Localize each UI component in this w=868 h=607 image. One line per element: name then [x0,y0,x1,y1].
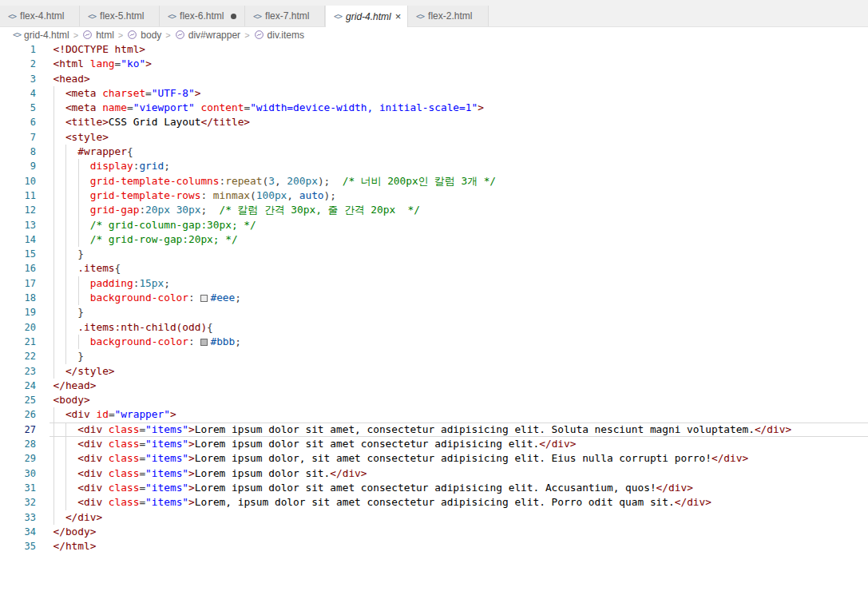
code-line[interactable]: 16.items{ [0,261,868,276]
tab-flex-2.html[interactable]: <>flex-2.html [408,6,489,26]
code-file-icon: <> [8,12,16,21]
indent-guide [54,437,78,451]
line-number: 1 [0,42,36,57]
code-line[interactable]: 17padding:15px; [0,276,868,291]
code-text: <div class="items">Lorem ipsum dolor, si… [50,451,748,466]
code-text: <div class="items">Lorem, ipsum dolor si… [50,495,711,510]
code-text: </html> [50,539,96,553]
code-text: <!DOCTYPE html> [50,42,145,57]
breadcrumb-item-grid-4.html[interactable]: <>grid-4.html [13,30,69,41]
line-number: 32 [0,495,36,510]
line-number: 18 [0,291,36,305]
indent-guide [54,276,90,291]
breadcrumb-item-body[interactable]: body [127,30,161,41]
code-line[interactable]: 10grid-template-columns:repeat(3, 200px)… [0,174,868,188]
breadcrumb-item-div.items[interactable]: div.items [254,30,304,41]
indent-guide [54,305,78,319]
indent-guide [54,188,90,203]
code-text: #wrapper{ [50,145,133,159]
tab-flex-5.html[interactable]: <>flex-5.html [80,6,160,26]
code-line[interactable]: 34</body> [0,525,868,539]
breadcrumb-label: div.items [268,30,304,41]
line-number: 3 [0,72,36,86]
code-line[interactable]: 22} [0,349,868,363]
code-line[interactable]: 31<div class="items">Lorem ipsum dolor s… [0,481,868,495]
code-line[interactable]: 32<div class="items">Lorem, ipsum dolor … [0,495,868,510]
line-number: 25 [0,393,36,407]
code-text: <div class="items">Lorem ipsum dolor sit… [50,437,576,451]
tab-flex-4.html[interactable]: <>flex-4.html [0,6,80,26]
code-line[interactable]: 3<head> [0,72,868,86]
tab-bar: <>flex-4.html<>flex-5.html<>flex-6.html<… [0,0,868,27]
code-line[interactable]: 4<meta charset="UTF-8"> [0,86,868,101]
code-text: .items{ [50,261,121,276]
line-number: 23 [0,364,36,379]
tab-label: grid-4.html [346,11,391,22]
code-line[interactable]: 2<html lang="ko"> [0,57,868,71]
code-text: /* grid-row-gap:20px; */ [50,232,238,247]
tab-flex-7.html[interactable]: <>flex-7.html [245,6,325,26]
line-number: 31 [0,481,36,495]
code-line[interactable]: 23</style> [0,364,868,379]
indent-guide [54,115,65,129]
code-line[interactable]: 33</div> [0,510,868,525]
breadcrumb-item-html[interactable]: html [82,30,114,41]
indent-guide [54,101,65,115]
code-line[interactable]: 9display:grid; [0,159,868,173]
tab-grid-4.html[interactable]: <>grid-4.html× [325,6,408,27]
code-line[interactable]: 18background-color: #eee; [0,291,868,305]
code-line[interactable]: 8#wrapper{ [0,145,868,159]
tab-flex-6.html[interactable]: <>flex-6.html [160,6,245,26]
code-line[interactable]: 35</html> [0,539,868,553]
code-line[interactable]: 1<!DOCTYPE html> [0,42,868,57]
indent-guide [54,466,78,481]
code-text: display:grid; [50,159,170,173]
code-line[interactable]: 19} [0,305,868,319]
color-swatch [200,339,208,346]
code-text: } [50,305,84,319]
code-text: </style> [50,364,115,379]
code-line[interactable]: 21background-color: #bbb; [0,335,868,349]
code-text: grid-gap:20px 30px; /* 칼럼 간격 30px, 줄 간격 … [50,203,420,217]
code-line[interactable]: 20.items:nth-child(odd){ [0,320,868,335]
code-text: </body> [50,525,96,539]
code-file-icon: <> [13,30,21,39]
indent-guide [54,335,90,349]
indent-guide [54,247,78,261]
code-line[interactable]: 5<meta name="viewport" content="width=de… [0,101,868,115]
code-text: <div class="items">Lorem ipsum dolor sit… [50,423,791,437]
indent-guide [54,320,78,335]
close-icon[interactable]: × [395,11,402,22]
line-number: 12 [0,203,36,217]
code-line[interactable]: 27<div class="items">Lorem ipsum dolor s… [0,423,868,437]
symbol-icon [127,30,137,40]
modified-dot-icon [231,14,236,19]
breadcrumb-label: grid-4.html [24,30,69,41]
code-line[interactable]: 29<div class="items">Lorem ipsum dolor, … [0,451,868,466]
breadcrumb-separator: > [73,30,78,40]
code-line[interactable]: 12grid-gap:20px 30px; /* 칼럼 간격 30px, 줄 간… [0,203,868,217]
code-line[interactable]: 14/* grid-row-gap:20px; */ [0,232,868,247]
code-line[interactable]: 15} [0,247,868,261]
code-line[interactable]: 24</head> [0,379,868,393]
code-lines: 1<!DOCTYPE html>2<html lang="ko">3<head>… [0,42,868,553]
line-number: 20 [0,320,36,335]
breadcrumb-item-div#wrapper[interactable]: div#wrapper [175,30,240,41]
code-line[interactable]: 30<div class="items">Lorem ipsum dolor s… [0,466,868,481]
code-text: <meta charset="UTF-8"> [50,86,200,101]
code-line[interactable]: 11grid-template-rows: minmax(100px, auto… [0,188,868,203]
color-swatch [200,295,208,302]
code-line[interactable]: 26<div id="wrapper"> [0,407,868,422]
code-line[interactable]: 6<title>CSS Grid Layout</title> [0,115,868,129]
code-line[interactable]: 13/* grid-column-gap:30px; */ [0,218,868,232]
editor[interactable]: 1<!DOCTYPE html>2<html lang="ko">3<head>… [0,42,868,607]
code-line[interactable]: 7<style> [0,130,868,145]
code-line[interactable]: 28<div class="items">Lorem ipsum dolor s… [0,437,868,451]
code-line[interactable]: 25<body> [0,393,868,407]
code-text: <div id="wrapper"> [50,407,176,422]
line-number: 30 [0,466,36,481]
line-number: 4 [0,86,36,101]
line-number: 2 [0,57,36,71]
symbol-icon [254,30,264,40]
line-number: 22 [0,349,36,363]
